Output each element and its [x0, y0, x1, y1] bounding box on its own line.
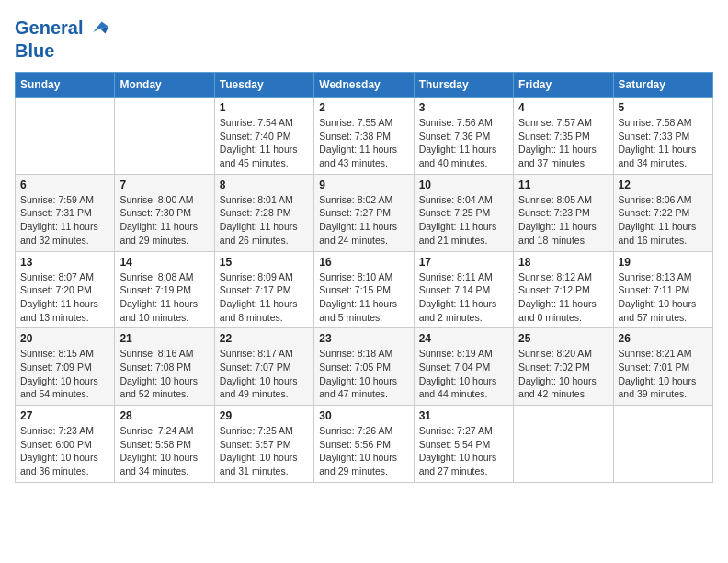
day-number: 19 [619, 256, 708, 269]
calendar-cell: 5Sunrise: 7:58 AM Sunset: 7:33 PM Daylig… [613, 98, 712, 175]
day-number: 20 [20, 332, 109, 345]
calendar-cell: 3Sunrise: 7:56 AM Sunset: 7:36 PM Daylig… [414, 98, 513, 175]
calendar-cell: 29Sunrise: 7:25 AM Sunset: 5:57 PM Dayli… [214, 406, 313, 483]
day-number: 28 [119, 409, 209, 422]
day-number: 7 [119, 178, 209, 191]
day-detail: Sunrise: 8:15 AM Sunset: 7:09 PM Dayligh… [20, 347, 109, 401]
day-detail: Sunrise: 8:08 AM Sunset: 7:19 PM Dayligh… [119, 270, 209, 325]
day-detail: Sunrise: 7:24 AM Sunset: 5:58 PM Dayligh… [119, 424, 209, 478]
calendar-week-row: 1Sunrise: 7:54 AM Sunset: 7:40 PM Daylig… [16, 98, 713, 175]
day-detail: Sunrise: 8:05 AM Sunset: 7:23 PM Dayligh… [518, 193, 608, 247]
weekday-header-saturday: Saturday [613, 73, 712, 98]
weekday-header-wednesday: Wednesday [314, 73, 414, 98]
calendar-cell: 10Sunrise: 8:04 AM Sunset: 7:25 PM Dayli… [414, 174, 513, 251]
day-detail: Sunrise: 8:21 AM Sunset: 7:01 PM Dayligh… [619, 347, 708, 401]
day-number: 30 [319, 409, 408, 422]
calendar-cell: 25Sunrise: 8:20 AM Sunset: 7:02 PM Dayli… [514, 328, 613, 406]
day-number: 14 [119, 256, 209, 269]
calendar-cell: 23Sunrise: 8:18 AM Sunset: 7:05 PM Dayli… [314, 328, 414, 406]
day-detail: Sunrise: 7:58 AM Sunset: 7:33 PM Dayligh… [619, 116, 708, 170]
calendar-cell: 17Sunrise: 8:11 AM Sunset: 7:14 PM Dayli… [414, 251, 513, 328]
calendar-cell: 9Sunrise: 8:02 AM Sunset: 7:27 PM Daylig… [314, 174, 414, 251]
day-number: 27 [20, 409, 109, 422]
page-header: General Blue [15, 15, 713, 61]
day-number: 21 [119, 332, 209, 345]
calendar-cell: 12Sunrise: 8:06 AM Sunset: 7:22 PM Dayli… [613, 174, 712, 251]
calendar-cell: 26Sunrise: 8:21 AM Sunset: 7:01 PM Dayli… [613, 328, 712, 406]
calendar-cell: 4Sunrise: 7:57 AM Sunset: 7:35 PM Daylig… [514, 98, 613, 175]
logo-blue: Blue [15, 40, 110, 61]
calendar-cell: 24Sunrise: 8:19 AM Sunset: 7:04 PM Dayli… [414, 328, 513, 406]
calendar-cell: 21Sunrise: 8:16 AM Sunset: 7:08 PM Dayli… [115, 328, 214, 406]
day-detail: Sunrise: 7:54 AM Sunset: 7:40 PM Dayligh… [220, 116, 309, 170]
day-detail: Sunrise: 8:13 AM Sunset: 7:11 PM Dayligh… [619, 270, 708, 325]
day-detail: Sunrise: 8:00 AM Sunset: 7:30 PM Dayligh… [119, 193, 209, 247]
day-detail: Sunrise: 7:25 AM Sunset: 5:57 PM Dayligh… [220, 424, 309, 478]
calendar-cell: 2Sunrise: 7:55 AM Sunset: 7:38 PM Daylig… [314, 98, 414, 175]
weekday-row: SundayMondayTuesdayWednesdayThursdayFrid… [16, 73, 713, 98]
day-number: 26 [619, 332, 708, 345]
day-detail: Sunrise: 8:01 AM Sunset: 7:28 PM Dayligh… [220, 193, 309, 247]
day-detail: Sunrise: 8:12 AM Sunset: 7:12 PM Dayligh… [518, 270, 608, 325]
day-detail: Sunrise: 8:18 AM Sunset: 7:05 PM Dayligh… [319, 347, 408, 401]
day-number: 4 [518, 101, 608, 114]
day-detail: Sunrise: 7:27 AM Sunset: 5:54 PM Dayligh… [419, 424, 508, 478]
day-number: 9 [319, 178, 408, 191]
day-number: 12 [619, 178, 708, 191]
calendar-week-row: 20Sunrise: 8:15 AM Sunset: 7:09 PM Dayli… [16, 328, 713, 406]
day-detail: Sunrise: 8:10 AM Sunset: 7:15 PM Dayligh… [319, 270, 408, 325]
day-number: 6 [20, 178, 109, 191]
calendar-cell: 13Sunrise: 8:07 AM Sunset: 7:20 PM Dayli… [16, 251, 115, 328]
day-detail: Sunrise: 8:20 AM Sunset: 7:02 PM Dayligh… [518, 347, 608, 401]
day-number: 11 [518, 178, 608, 191]
day-detail: Sunrise: 7:57 AM Sunset: 7:35 PM Dayligh… [518, 116, 608, 170]
day-number: 29 [220, 409, 309, 422]
calendar-cell: 28Sunrise: 7:24 AM Sunset: 5:58 PM Dayli… [115, 406, 214, 483]
day-number: 17 [419, 256, 508, 269]
calendar-cell: 11Sunrise: 8:05 AM Sunset: 7:23 PM Dayli… [514, 174, 613, 251]
day-detail: Sunrise: 8:02 AM Sunset: 7:27 PM Dayligh… [319, 193, 408, 247]
day-detail: Sunrise: 8:09 AM Sunset: 7:17 PM Dayligh… [220, 270, 309, 325]
day-detail: Sunrise: 7:23 AM Sunset: 6:00 PM Dayligh… [20, 424, 109, 478]
day-number: 16 [319, 256, 408, 269]
day-number: 18 [518, 256, 608, 269]
day-number: 24 [419, 332, 508, 345]
day-detail: Sunrise: 8:07 AM Sunset: 7:20 PM Dayligh… [20, 270, 109, 325]
calendar-cell: 18Sunrise: 8:12 AM Sunset: 7:12 PM Dayli… [514, 251, 613, 328]
weekday-header-thursday: Thursday [414, 73, 513, 98]
logo-text: General [15, 17, 83, 38]
calendar-body: 1Sunrise: 7:54 AM Sunset: 7:40 PM Daylig… [16, 98, 713, 483]
calendar-cell: 16Sunrise: 8:10 AM Sunset: 7:15 PM Dayli… [314, 251, 414, 328]
day-detail: Sunrise: 8:16 AM Sunset: 7:08 PM Dayligh… [119, 347, 209, 401]
day-number: 10 [419, 178, 508, 191]
calendar-cell: 31Sunrise: 7:27 AM Sunset: 5:54 PM Dayli… [414, 406, 513, 483]
day-detail: Sunrise: 7:55 AM Sunset: 7:38 PM Dayligh… [319, 116, 408, 170]
calendar-cell [613, 406, 712, 483]
calendar-cell: 30Sunrise: 7:26 AM Sunset: 5:56 PM Dayli… [314, 406, 414, 483]
calendar-cell: 1Sunrise: 7:54 AM Sunset: 7:40 PM Daylig… [214, 98, 313, 175]
day-number: 2 [319, 101, 408, 114]
day-number: 22 [220, 332, 309, 345]
calendar-week-row: 13Sunrise: 8:07 AM Sunset: 7:20 PM Dayli… [16, 251, 713, 328]
day-detail: Sunrise: 7:59 AM Sunset: 7:31 PM Dayligh… [20, 193, 109, 247]
day-number: 1 [220, 101, 309, 114]
day-detail: Sunrise: 7:26 AM Sunset: 5:56 PM Dayligh… [319, 424, 408, 478]
day-number: 8 [220, 178, 309, 191]
day-number: 5 [619, 101, 708, 114]
calendar-cell: 6Sunrise: 7:59 AM Sunset: 7:31 PM Daylig… [16, 174, 115, 251]
calendar-cell [115, 98, 214, 175]
calendar-week-row: 6Sunrise: 7:59 AM Sunset: 7:31 PM Daylig… [16, 174, 713, 251]
logo: General Blue [15, 15, 110, 61]
weekday-header-monday: Monday [115, 73, 214, 98]
calendar-week-row: 27Sunrise: 7:23 AM Sunset: 6:00 PM Dayli… [16, 406, 713, 483]
calendar-cell: 14Sunrise: 8:08 AM Sunset: 7:19 PM Dayli… [115, 251, 214, 328]
calendar-cell: 22Sunrise: 8:17 AM Sunset: 7:07 PM Dayli… [214, 328, 313, 406]
calendar-cell: 19Sunrise: 8:13 AM Sunset: 7:11 PM Dayli… [613, 251, 712, 328]
calendar-cell [514, 406, 613, 483]
weekday-header-sunday: Sunday [16, 73, 115, 98]
day-number: 23 [319, 332, 408, 345]
day-number: 25 [518, 332, 608, 345]
calendar-cell: 15Sunrise: 8:09 AM Sunset: 7:17 PM Dayli… [214, 251, 313, 328]
day-detail: Sunrise: 8:11 AM Sunset: 7:14 PM Dayligh… [419, 270, 508, 325]
day-detail: Sunrise: 8:06 AM Sunset: 7:22 PM Dayligh… [619, 193, 708, 247]
